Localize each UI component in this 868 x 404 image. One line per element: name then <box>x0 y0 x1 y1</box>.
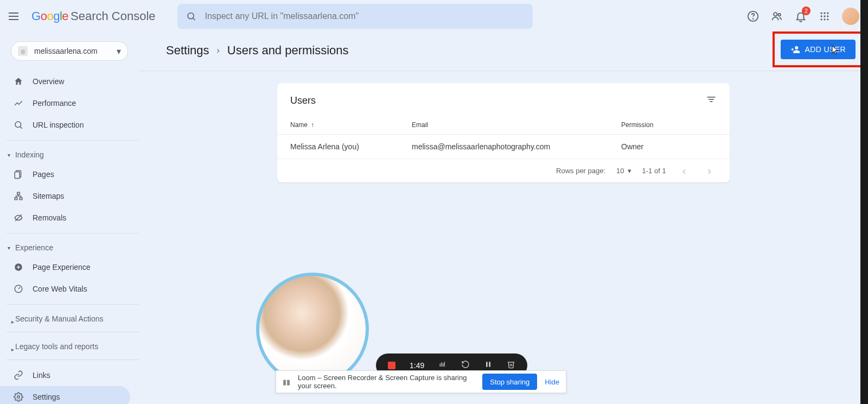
svg-point-14 <box>827 18 828 20</box>
svg-point-9 <box>821 15 822 17</box>
svg-point-6 <box>821 12 822 14</box>
pause-small-icon[interactable]: ▮▮ <box>283 378 290 386</box>
column-name[interactable]: Name ↑ <box>290 121 412 129</box>
table-row[interactable]: Melissa Arlena (you) melissa@melissaarle… <box>277 135 730 159</box>
nav-label: Performance <box>33 99 76 108</box>
nav-pages[interactable]: Pages <box>0 163 130 185</box>
column-email[interactable]: Email <box>412 121 621 129</box>
sort-up-icon: ↑ <box>311 121 314 129</box>
svg-line-16 <box>20 127 22 128</box>
svg-point-29 <box>795 46 799 49</box>
property-selector[interactable]: ◎ melissaarlena.com ▾ <box>11 41 128 61</box>
svg-rect-27 <box>709 99 714 100</box>
column-permission[interactable]: Permission <box>621 121 717 129</box>
record-icon[interactable] <box>388 362 395 369</box>
nav-settings[interactable]: Settings <box>0 386 130 404</box>
stop-sharing-button[interactable]: Stop sharing <box>482 374 537 390</box>
search-input[interactable] <box>205 11 524 21</box>
nav-links[interactable]: Links <box>0 364 130 386</box>
next-page-button[interactable]: › <box>702 165 717 177</box>
share-text: Loom – Screen Recorder & Screen Capture … <box>298 374 475 390</box>
svg-point-10 <box>824 15 825 17</box>
link-icon <box>13 370 24 380</box>
plus-circle-icon <box>13 262 24 272</box>
rows-per-page-select[interactable]: 10 ▾ <box>616 167 631 175</box>
svg-rect-31 <box>442 362 442 367</box>
card-title: Users <box>290 95 316 106</box>
hidden-icon <box>13 213 24 223</box>
filter-icon[interactable] <box>706 94 717 107</box>
nav-label: Sitemaps <box>33 192 64 200</box>
notification-badge: 2 <box>802 7 810 15</box>
pause-icon[interactable] <box>484 360 493 371</box>
cell-permission: Owner <box>621 142 717 151</box>
svg-rect-18 <box>15 172 20 179</box>
nav-page-experience[interactable]: Page Experience <box>0 256 130 278</box>
nav-removals[interactable]: Removals <box>0 207 130 229</box>
add-user-button[interactable]: ADD USER <box>781 40 856 59</box>
screen-share-bar: ▮▮ Loom – Screen Recorder & Screen Captu… <box>276 370 566 393</box>
section-legacy[interactable]: ▾ Legacy tools and reports <box>0 337 139 355</box>
property-name: melissaarlena.com <box>34 47 117 55</box>
breadcrumb: Settings › Users and permissions <box>166 43 841 58</box>
sidebar: ◎ melissaarlena.com ▾ Overview Performan… <box>0 33 139 404</box>
section-indexing[interactable]: ▾ Indexing <box>0 145 139 163</box>
hide-link[interactable]: Hide <box>545 378 559 386</box>
svg-rect-30 <box>440 364 441 367</box>
users-card: Users Name ↑ Email Permission Melissa Ar… <box>277 83 730 182</box>
svg-point-0 <box>188 13 194 19</box>
help-icon[interactable] <box>746 10 760 23</box>
gear-icon <box>13 392 24 402</box>
section-security[interactable]: ▾ Security & Manual Actions <box>0 309 139 327</box>
table-footer: Rows per page: 10 ▾ 1-1 of 1 ‹ › <box>277 159 730 182</box>
section-experience[interactable]: ▾ Experience <box>0 238 139 256</box>
breadcrumb-settings[interactable]: Settings <box>166 43 209 58</box>
pages-icon <box>13 169 24 179</box>
account-avatar[interactable] <box>842 8 859 25</box>
nav-overview[interactable]: Overview <box>0 71 130 92</box>
nav-label: URL inspection <box>33 121 84 129</box>
nav-performance[interactable]: Performance <box>0 92 130 114</box>
cell-email: melissa@melissaarlenaphotography.com <box>412 142 621 151</box>
svg-rect-32 <box>443 363 443 367</box>
nav-core-web-vitals[interactable]: Core Web Vitals <box>0 278 130 300</box>
notifications-icon[interactable]: 2 <box>794 10 807 23</box>
equalizer-icon[interactable] <box>438 360 447 371</box>
svg-point-5 <box>778 14 781 16</box>
nav-label: Page Experience <box>33 263 91 272</box>
home-icon <box>13 77 24 86</box>
search-icon <box>186 11 196 22</box>
property-favicon: ◎ <box>18 46 28 56</box>
trash-icon[interactable] <box>507 360 515 371</box>
svg-point-4 <box>774 12 777 16</box>
apps-icon[interactable] <box>818 10 831 23</box>
sitemap-icon <box>13 191 24 201</box>
product-name: Search Console <box>71 9 156 23</box>
svg-rect-20 <box>15 198 17 200</box>
svg-rect-26 <box>707 97 716 98</box>
svg-point-7 <box>824 12 825 14</box>
cell-name: Melissa Arlena (you) <box>290 142 412 151</box>
search-icon <box>13 120 24 130</box>
nav-label: Overview <box>33 77 64 86</box>
loom-camera-bubble[interactable] <box>256 273 369 386</box>
restart-icon[interactable] <box>461 360 470 371</box>
main-content: Settings › Users and permissions Users N… <box>139 33 868 182</box>
svg-point-15 <box>15 122 21 128</box>
chevron-right-icon: › <box>217 46 220 55</box>
logo[interactable]: Google Search Console <box>31 9 156 23</box>
svg-line-1 <box>193 18 195 21</box>
app-header: Google Search Console 2 <box>0 0 868 33</box>
svg-point-12 <box>821 18 822 20</box>
menu-icon[interactable] <box>9 10 22 23</box>
people-icon[interactable] <box>770 10 783 23</box>
prev-page-button[interactable]: ‹ <box>677 165 692 177</box>
svg-rect-33 <box>444 362 445 367</box>
svg-point-3 <box>753 18 754 19</box>
nav-url-inspection[interactable]: URL inspection <box>0 114 130 136</box>
search-box[interactable] <box>177 4 533 29</box>
person-add-icon <box>790 45 800 54</box>
svg-point-11 <box>827 15 828 17</box>
nav-sitemaps[interactable]: Sitemaps <box>0 185 130 207</box>
add-user-highlight: ADD USER <box>773 31 864 67</box>
